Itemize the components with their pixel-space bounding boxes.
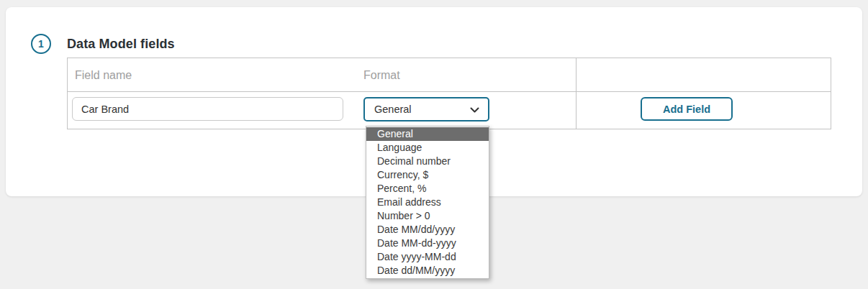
dropdown-option[interactable]: Number > 0 [366,209,489,223]
table-row: General Add Field [68,92,831,129]
chevron-down-icon [470,107,479,114]
dropdown-option[interactable]: Date MM-dd-yyyy [366,237,489,250]
field-name-input[interactable] [72,97,343,121]
dropdown-option[interactable]: General [366,127,489,141]
dropdown-option[interactable]: Currency, $ [366,168,489,182]
step-number-label: 1 [38,38,44,50]
format-column-header: Format [363,58,400,92]
page-background: { "section": { "step_number": "1", "titl… [0,0,868,289]
dropdown-option[interactable]: Percent, % [366,182,489,196]
dropdown-option[interactable]: Date dd/MM/yyyy [366,264,489,277]
format-select[interactable]: General [363,97,489,121]
format-select-value: General [374,104,412,115]
field-name-column-header: Field name [75,58,132,92]
add-field-button[interactable]: Add Field [641,97,733,121]
section-title: Data Model fields [67,37,175,52]
fields-table: Field name Format General Add Field [67,58,831,129]
dropdown-option[interactable]: Date MM/dd/yyyy [366,223,489,237]
format-dropdown-list: GeneralLanguageDecimal numberCurrency, $… [366,126,489,279]
dropdown-option[interactable]: Decimal number [366,155,489,168]
dropdown-option[interactable]: Email address [366,196,489,209]
dropdown-option[interactable]: Language [366,141,489,155]
step-number-badge: 1 [31,34,51,54]
table-header-row: Field name Format [68,58,831,92]
dropdown-option[interactable]: Date yyyy-MM-dd [366,250,489,264]
column-divider [576,58,577,129]
